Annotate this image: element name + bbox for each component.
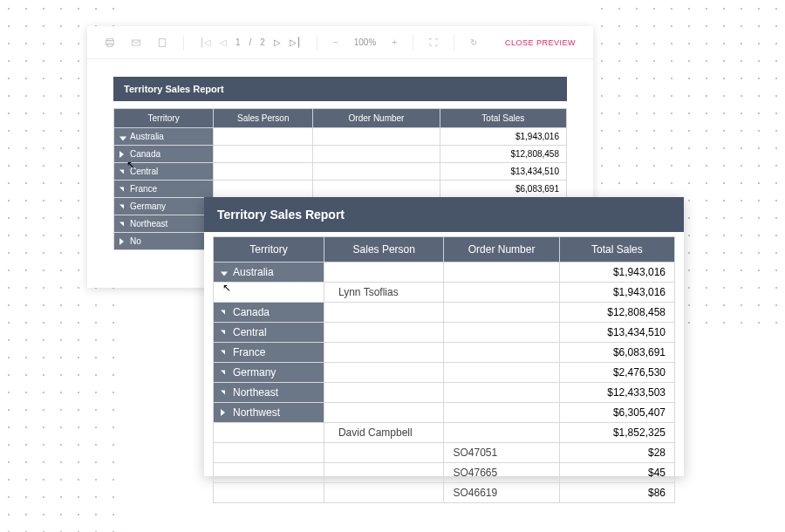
table-row[interactable]: Northwest$6,305,407 — [214, 403, 675, 423]
territory-label: Australia — [130, 132, 164, 141]
territory-label: Central — [130, 167, 158, 176]
col-sales-person: Sales Person — [324, 237, 444, 263]
sales-person-cell — [324, 363, 444, 383]
separator — [413, 35, 413, 51]
sales-person-cell — [324, 303, 444, 323]
expand-collapse-icon[interactable] — [119, 222, 124, 226]
order-number-cell — [444, 343, 559, 363]
front-report-table: Territory Sales Person Order Number Tota… — [213, 236, 675, 503]
prev-page-icon[interactable]: ◁ — [220, 38, 227, 47]
territory-cell[interactable]: France — [114, 181, 214, 198]
total-sales-cell: $28 — [559, 443, 674, 463]
table-row[interactable]: Central$13,434,510 — [114, 163, 567, 181]
total-sales-cell: $1,943,016 — [559, 263, 674, 283]
table-row[interactable]: Germany$2,476,530 — [214, 363, 675, 383]
expand-collapse-icon[interactable] — [119, 151, 124, 158]
territory-cell[interactable]: Germany — [214, 363, 324, 383]
print-icon[interactable] — [105, 38, 115, 48]
sales-person-cell — [214, 146, 313, 163]
col-order-number: Order Number — [313, 109, 440, 128]
table-row[interactable]: France$6,083,691 — [114, 181, 567, 198]
territory-cell[interactable]: Canada — [114, 146, 214, 163]
table-row[interactable]: David Campbell$1,852,325 — [214, 423, 675, 443]
expand-collapse-icon[interactable] — [119, 204, 124, 208]
table-row[interactable]: Lynn Tsoflias$1,943,016 — [214, 283, 675, 303]
total-sales-cell: $6,083,691 — [440, 181, 566, 198]
last-page-icon[interactable]: ▷⎮ — [290, 38, 301, 47]
territory-label: Germany — [130, 201, 166, 211]
zoom-out-icon[interactable]: − — [333, 38, 338, 47]
territory-label: Australia — [233, 266, 274, 278]
page-total: 2 — [260, 38, 265, 47]
sales-person-cell — [324, 263, 444, 283]
territory-cell[interactable]: Northwest — [214, 403, 324, 423]
next-page-icon[interactable]: ▷ — [274, 38, 281, 47]
expand-collapse-icon[interactable] — [221, 371, 225, 375]
territory-cell[interactable]: Central — [114, 163, 214, 181]
order-number-cell — [444, 283, 559, 303]
order-number-cell: SO46619 — [444, 483, 559, 503]
total-sales-cell: $6,305,407 — [559, 403, 674, 423]
fullscreen-icon[interactable]: ⛶ — [429, 38, 438, 47]
territory-cell-empty — [214, 483, 324, 503]
svg-rect-4 — [159, 38, 166, 46]
order-number-cell — [313, 163, 440, 181]
refresh-icon[interactable]: ↻ — [470, 38, 477, 47]
zoom-value[interactable]: 100% — [354, 38, 377, 47]
front-table-container: Territory Sales Person Order Number Tota… — [204, 232, 684, 508]
expand-collapse-icon[interactable] — [221, 310, 225, 315]
table-row[interactable]: Canada$12,808,458 — [214, 303, 675, 323]
table-row[interactable]: SO46619$86 — [214, 483, 675, 503]
territory-cell[interactable]: No — [114, 233, 214, 250]
export-icon[interactable] — [157, 38, 167, 48]
expand-collapse-icon[interactable] — [119, 169, 124, 174]
zoom-in-icon[interactable]: + — [392, 38, 397, 47]
expand-collapse-icon[interactable] — [221, 272, 228, 276]
table-row[interactable]: Canada$12,808,458 — [114, 146, 567, 163]
col-order-number: Order Number — [444, 237, 559, 263]
table-row[interactable]: Northeast$12,433,503 — [214, 383, 675, 403]
table-row[interactable]: France$6,083,691 — [214, 343, 675, 363]
col-sales-person: Sales Person — [214, 109, 313, 128]
sales-person-cell — [324, 403, 444, 423]
expand-collapse-icon[interactable] — [119, 238, 124, 245]
territory-cell[interactable]: Northeast — [114, 215, 214, 233]
sales-person-cell — [214, 128, 313, 146]
territory-cell[interactable]: Northeast — [214, 383, 324, 403]
total-sales-cell: $13,434,510 — [440, 163, 566, 181]
order-number-cell — [313, 146, 440, 163]
order-number-cell — [444, 303, 559, 323]
sales-person-cell: David Campbell — [324, 423, 444, 443]
expand-collapse-icon[interactable] — [119, 187, 124, 191]
total-sales-cell: $2,476,530 — [559, 363, 674, 383]
territory-cell[interactable]: Central — [214, 323, 324, 343]
territory-cell[interactable]: Canada — [214, 303, 324, 323]
territory-label: Northwest — [233, 406, 280, 419]
table-row[interactable]: Central$13,434,510 — [214, 323, 675, 343]
expand-collapse-icon[interactable] — [221, 409, 225, 416]
order-number-cell — [444, 403, 559, 423]
table-row[interactable]: Australia↖$1,943,016 — [214, 263, 675, 283]
territory-cell[interactable]: France — [214, 343, 324, 363]
table-row[interactable]: Australia↖$1,943,016 — [114, 128, 567, 146]
order-number-cell — [313, 128, 440, 146]
expand-collapse-icon[interactable] — [119, 136, 126, 140]
mail-icon[interactable] — [131, 38, 141, 48]
table-row[interactable]: SO47051$28 — [214, 443, 675, 463]
expand-collapse-icon[interactable] — [221, 331, 225, 335]
territory-cell[interactable]: Australia↖ — [114, 128, 214, 146]
order-number-cell — [313, 181, 440, 198]
first-page-icon[interactable]: ⎮◁ — [200, 38, 211, 47]
sales-person-cell — [324, 383, 444, 403]
territory-cell[interactable]: Australia↖ — [214, 263, 324, 283]
order-number-cell — [444, 263, 559, 283]
total-sales-cell: $12,808,458 — [559, 303, 674, 323]
expand-collapse-icon[interactable] — [221, 351, 225, 355]
territory-cell[interactable]: Germany — [114, 198, 214, 215]
expand-collapse-icon[interactable] — [221, 391, 225, 395]
territory-cell-empty — [214, 463, 324, 483]
territory-label: Canada — [233, 306, 270, 318]
close-preview-button[interactable]: CLOSE PREVIEW — [505, 38, 576, 47]
territory-label: Germany — [233, 366, 276, 379]
table-row[interactable]: SO47665$45 — [214, 463, 675, 483]
